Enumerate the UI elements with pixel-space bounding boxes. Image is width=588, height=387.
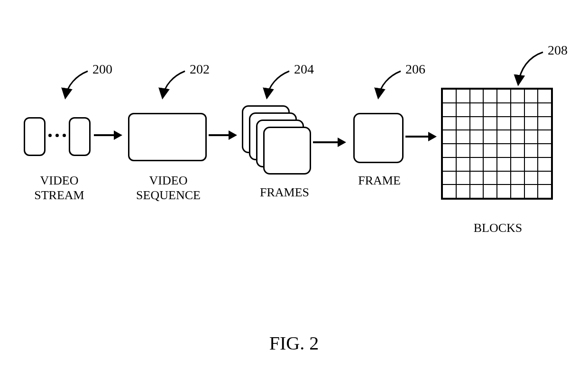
blocks-grid-cell [470,89,484,103]
blocks-grid-cell [483,130,497,144]
refnum-200: 200 [92,62,112,77]
refnum-208: 208 [548,43,568,58]
blocks-grid-cell [497,157,511,171]
blocks-grid-cell [456,144,470,157]
blocks-grid-cell [470,144,484,157]
blocks-grid-cell [470,157,484,171]
blocks-grid-cell [524,117,538,130]
blocks-grid-cell [497,144,511,157]
blocks-grid-cell [442,144,456,157]
blocks-grid-cell [442,89,456,103]
blocks-grid-cell [456,89,470,103]
video-sequence-box [128,113,207,161]
blocks-grid-cell [456,117,470,130]
label-video-sequence: VIDEO SEQUENCE [130,173,206,203]
blocks-grid-cell [483,157,497,171]
blocks-grid-cell [511,117,524,130]
blocks-grid-cell [483,184,497,198]
blocks-grid-cell [470,103,484,117]
blocks-grid-cell [497,117,511,130]
blocks-grid-cell [456,157,470,171]
blocks-grid-cell [538,157,551,171]
blocks-grid-cell [442,117,456,130]
blocks-grid-cell [524,184,538,198]
refnum-206: 206 [405,62,425,77]
blocks-grid-cell [524,103,538,117]
blocks-grid-cell [456,103,470,117]
video-stream-ellipsis [48,134,66,137]
blocks-grid-cell [470,130,484,144]
blocks-grid-cell [524,130,538,144]
blocks-grid-cell [538,171,551,185]
label-frames: FRAMES [251,185,318,200]
blocks-grid-cell [524,157,538,171]
refnum-202: 202 [190,62,210,77]
blocks-grid-cell [456,171,470,185]
blocks-grid-cell [538,130,551,144]
blocks-grid-cell [511,184,524,198]
blocks-grid-cell [442,103,456,117]
blocks-grid-cell [538,184,551,198]
blocks-grid-cell [511,144,524,157]
blocks-grid-cell [456,184,470,198]
blocks-grid-cell [442,130,456,144]
blocks-grid-cell [456,130,470,144]
video-stream-box-a [24,117,46,156]
figure-caption: FIG. 2 [0,332,588,354]
frames-stack-1 [263,127,311,175]
blocks-grid-cell [497,171,511,185]
frame-box [353,113,404,163]
blocks-grid-cell [497,89,511,103]
blocks-grid-cell [511,130,524,144]
blocks-grid-cell [497,103,511,117]
blocks-grid-cell [442,184,456,198]
blocks-grid-cell [483,89,497,103]
blocks-grid-cell [442,157,456,171]
blocks-grid-cell [538,103,551,117]
label-video-stream: VIDEO STREAM [28,173,90,203]
blocks-grid-cell [442,171,456,185]
blocks-grid-cell [470,117,484,130]
blocks-grid-cell [483,117,497,130]
blocks-grid-cell [483,144,497,157]
blocks-grid-cell [483,103,497,117]
video-stream-box-b [69,117,91,156]
blocks-grid-cell [538,117,551,130]
blocks-grid-cell [538,89,551,103]
blocks-grid-cell [470,171,484,185]
blocks-grid [441,88,553,200]
blocks-grid-cell [511,103,524,117]
blocks-grid-cell [524,171,538,185]
refnum-204: 204 [294,62,314,77]
blocks-grid-cell [483,171,497,185]
label-frame: FRAME [353,173,405,188]
blocks-grid-cell [497,130,511,144]
blocks-grid-cell [511,171,524,185]
blocks-grid-cell [511,89,524,103]
label-blocks: BLOCKS [462,221,533,235]
blocks-grid-cell [497,184,511,198]
blocks-grid-cell [524,144,538,157]
blocks-grid-cell [511,157,524,171]
blocks-grid-cell [538,144,551,157]
diagram-stage: 200 202 204 206 208 [0,0,588,387]
blocks-grid-cell [524,89,538,103]
blocks-grid-cell [470,184,484,198]
